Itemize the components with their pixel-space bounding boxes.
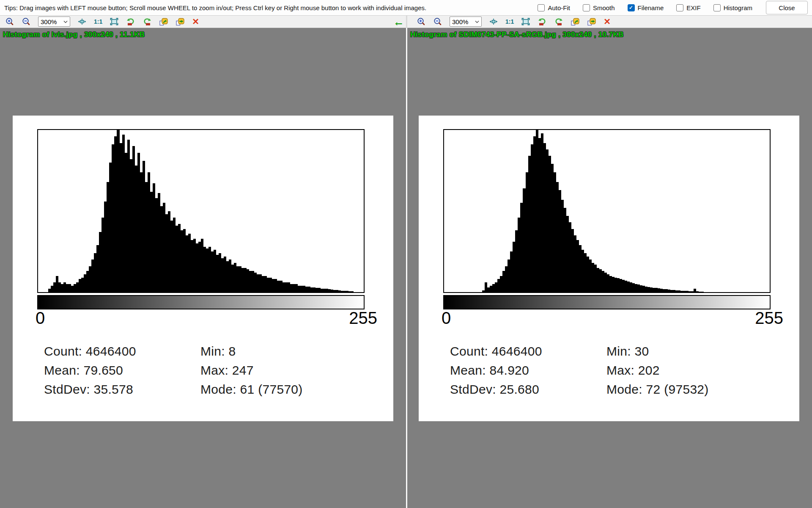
zoom-in-icon[interactable] xyxy=(5,17,14,26)
pan-icon[interactable] xyxy=(77,17,87,26)
chevron-down-icon xyxy=(475,20,479,23)
zoom-level-value: 300% xyxy=(41,18,63,25)
image-info-label: Histogram of SDIM0743-PP-SA-sRGB.jpg , 3… xyxy=(410,30,624,39)
rotate-left-icon[interactable] xyxy=(126,17,135,26)
view-options: Auto-FitSmooth✓FilenameEXIFHistogram xyxy=(525,4,752,11)
stat-stddev: StdDev: 25.680 xyxy=(450,380,542,399)
checkbox-smooth[interactable]: Smooth xyxy=(583,4,615,11)
chevron-down-icon xyxy=(63,20,68,23)
left-image-pane[interactable]: Histogram of lvls.jpg , 300x240 , 11.1KB… xyxy=(0,28,406,508)
checkbox-checked-icon: ✓ xyxy=(628,4,635,11)
stat-mode: Mode: 72 (97532) xyxy=(606,380,709,399)
checkbox-label: Smooth xyxy=(593,4,615,11)
histogram-bars xyxy=(38,130,364,292)
fit-window-icon[interactable] xyxy=(110,17,119,26)
toolbar-strip: 300% 1:1 ✕ ← 300% 1:1 ✕ xyxy=(0,16,812,28)
fit-window-icon[interactable] xyxy=(521,17,530,26)
copy-to-icon[interactable] xyxy=(159,17,168,26)
image-info-label: Histogram of lvls.jpg , 300x240 , 11.1KB xyxy=(3,30,145,39)
checkbox-unchecked-icon xyxy=(676,4,683,11)
zoom-out-icon[interactable] xyxy=(22,17,31,26)
checkbox-label: Filename xyxy=(638,4,664,11)
actual-size-icon[interactable]: 1:1 xyxy=(94,18,102,25)
checkbox-unchecked-icon xyxy=(583,4,590,11)
checkbox-filename[interactable]: ✓Filename xyxy=(628,4,664,11)
stat-stddev: StdDev: 35.578 xyxy=(44,380,136,399)
right-image-pane[interactable]: Histogram of SDIM0743-PP-SA-sRGB.jpg , 3… xyxy=(407,28,812,508)
stat-mode: Mode: 61 (77570) xyxy=(200,380,303,399)
stat-count: Count: 4646400 xyxy=(450,342,542,361)
right-pane-toolbar: 300% 1:1 ✕ xyxy=(407,16,812,28)
checkbox-exif[interactable]: EXIF xyxy=(676,4,700,11)
stats-column-1: Count: 4646400 Mean: 79.650 StdDev: 35.5… xyxy=(44,342,136,399)
checkbox-label: Histogram xyxy=(724,4,752,11)
close-button[interactable]: Close xyxy=(766,1,808,14)
stat-max: Max: 202 xyxy=(606,361,709,380)
stat-mean: Mean: 84.920 xyxy=(450,361,542,380)
rotate-right-icon[interactable] xyxy=(143,17,152,26)
histogram-plot-frame xyxy=(443,129,771,293)
rotate-right-icon[interactable] xyxy=(554,17,563,26)
histogram-image[interactable]: 0 255 Count: 4646400 Mean: 84.920 StdDev… xyxy=(419,116,799,421)
actual-size-icon[interactable]: 1:1 xyxy=(505,18,514,25)
scale-min-label: 0 xyxy=(36,309,45,328)
stat-max: Max: 247 xyxy=(200,361,303,380)
previous-image-arrow-icon[interactable]: ← xyxy=(393,16,404,27)
zoom-out-icon[interactable] xyxy=(433,17,442,26)
checkbox-histogram[interactable]: Histogram xyxy=(713,4,752,11)
compare-view: Histogram of lvls.jpg , 300x240 , 11.1KB… xyxy=(0,28,812,508)
checkbox-label: EXIF xyxy=(686,4,700,11)
left-pane-toolbar: 300% 1:1 ✕ ← xyxy=(0,16,406,28)
tips-bar: Tips: Drag images with LEFT mouse button… xyxy=(0,0,812,16)
grayscale-gradient-bar xyxy=(443,295,771,309)
delete-icon[interactable]: ✕ xyxy=(604,17,611,26)
stat-min: Min: 30 xyxy=(606,342,709,361)
histogram-plot-frame xyxy=(37,129,365,293)
stats-column-1: Count: 4646400 Mean: 84.920 StdDev: 25.6… xyxy=(450,342,542,399)
zoom-in-icon[interactable] xyxy=(417,17,426,26)
rotate-left-icon[interactable] xyxy=(538,17,547,26)
pan-icon[interactable] xyxy=(489,17,498,26)
stats-column-2: Min: 30 Max: 202 Mode: 72 (97532) xyxy=(606,342,709,399)
checkbox-unchecked-icon xyxy=(713,4,721,11)
stat-mean: Mean: 79.650 xyxy=(44,361,136,380)
move-to-icon[interactable] xyxy=(176,17,185,26)
copy-to-icon[interactable] xyxy=(571,17,580,26)
histogram-bars xyxy=(444,130,770,292)
scale-max-label: 255 xyxy=(755,309,783,328)
checkbox-unchecked-icon xyxy=(538,4,545,11)
delete-icon[interactable]: ✕ xyxy=(192,17,199,26)
grayscale-gradient-bar xyxy=(37,295,365,309)
scale-max-label: 255 xyxy=(349,309,377,328)
stat-min: Min: 8 xyxy=(200,342,303,361)
histogram-image[interactable]: 0 255 Count: 4646400 Mean: 79.650 StdDev… xyxy=(13,116,393,421)
scale-min-label: 0 xyxy=(442,309,451,328)
tips-text: Tips: Drag images with LEFT mouse button… xyxy=(4,4,426,11)
move-to-icon[interactable] xyxy=(587,17,596,26)
stat-count: Count: 4646400 xyxy=(44,342,136,361)
stats-column-2: Min: 8 Max: 247 Mode: 61 (77570) xyxy=(200,342,303,399)
zoom-level-select[interactable]: 300% xyxy=(38,17,70,27)
zoom-level-select[interactable]: 300% xyxy=(450,17,482,27)
zoom-level-value: 300% xyxy=(452,18,475,25)
checkbox-auto-fit[interactable]: Auto-Fit xyxy=(538,4,570,11)
checkbox-label: Auto-Fit xyxy=(548,4,570,11)
